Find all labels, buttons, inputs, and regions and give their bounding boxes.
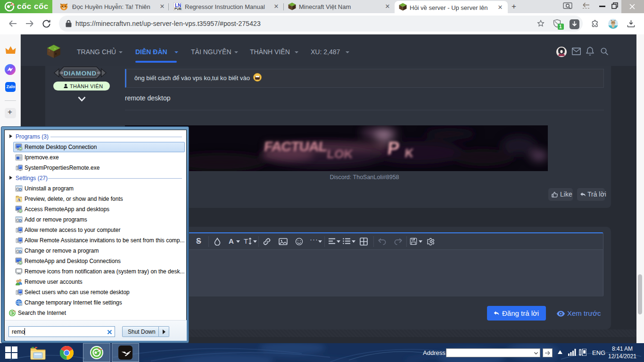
- svg-text:P: P: [387, 139, 401, 158]
- svg-text:DIAMOND: DIAMOND: [64, 70, 97, 77]
- svg-text:K: K: [404, 147, 414, 160]
